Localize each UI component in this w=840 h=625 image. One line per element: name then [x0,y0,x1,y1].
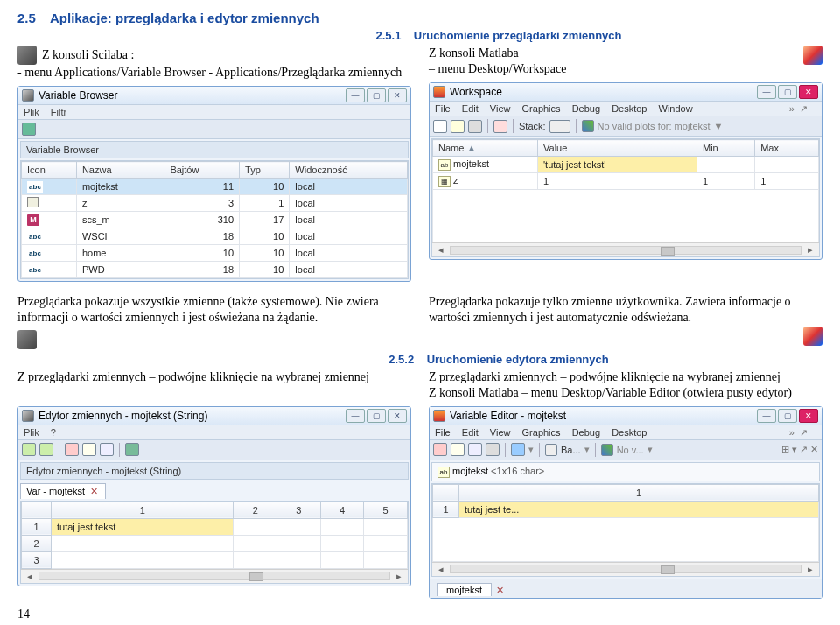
close-button[interactable]: ✕ [388,409,407,423]
table-row[interactable]: ▦ z 1 1 1 [433,173,819,190]
m-icon: M [27,214,39,226]
table-row[interactable]: ab mojtekst 'tutaj jest tekst' [433,157,819,173]
delete-icon[interactable] [494,120,508,133]
close-button[interactable]: ✕ [388,88,407,102]
panel-title: Edytor zmiennych - mojtekst (String) [20,462,409,480]
no-plots-label: No valid plots for: mojtekst [598,121,710,131]
menu-window[interactable]: Window [659,103,693,114]
horizontal-scrollbar[interactable]: ◂▸ [432,562,819,576]
menu-file[interactable]: File [435,103,451,114]
grid-row[interactable]: 1 tutaj jest te... [433,501,819,517]
maximize-button[interactable]: ▢ [778,409,797,423]
col-3[interactable]: 3 [277,502,321,518]
menu-edit[interactable]: Edit [462,427,479,438]
close-button[interactable]: ✕ [799,409,818,423]
scilab-icon [18,330,37,349]
new-icon[interactable] [433,120,447,133]
col-value[interactable]: Value [538,140,697,157]
table-row[interactable]: abc WSCI 18 10 local [22,228,408,245]
col-nazwa[interactable]: Nazwa [76,162,164,179]
redo-icon[interactable] [39,443,53,456]
tab-var-name[interactable]: mojtekst [452,466,488,476]
plot-icon[interactable] [601,444,613,456]
col-5[interactable]: 5 [364,502,408,518]
stack-icon[interactable] [545,444,557,456]
maximize-button[interactable]: ▢ [367,88,386,102]
cut-icon[interactable] [433,443,447,456]
maximize-button[interactable]: ▢ [367,409,386,423]
cut-icon[interactable] [65,443,79,456]
refresh-icon[interactable] [125,443,139,456]
plot-icon[interactable] [582,120,594,132]
section-number: 2.5 [18,11,36,25]
close-tab-icon[interactable]: ✕ [496,585,504,595]
grid-row[interactable]: 1 tutaj jest tekst [22,518,408,535]
menu-debug[interactable]: Debug [572,103,600,114]
col-2[interactable]: 2 [234,502,277,518]
close-button[interactable]: ✕ [799,85,818,99]
horizontal-scrollbar[interactable]: ◂▸ [432,242,819,256]
grid-icon[interactable] [511,443,525,456]
menu-filtr[interactable]: Filtr [51,107,66,117]
table-row[interactable]: abc home 10 10 local [22,245,408,262]
maximize-button[interactable]: ▢ [778,85,797,99]
horizontal-scrollbar[interactable]: ◂▸ [21,569,408,583]
col-4[interactable]: 4 [320,502,364,518]
menu-view[interactable]: View [490,427,511,438]
cell-1-1[interactable]: tutaj jest te... [459,501,819,517]
col-widocznosc[interactable]: Widoczność [290,162,408,179]
menu-plik[interactable]: Plik [24,427,39,438]
copy-icon[interactable] [451,443,465,456]
scilab-browser-description: Przeglądarka pokazuje wszystkie zmienne … [18,294,411,326]
table-row[interactable]: abc PWD 18 10 local [22,262,408,278]
col-max[interactable]: Max [755,140,819,157]
undo-icon[interactable] [22,443,36,456]
matlab-browser-description: Przeglądarka pokazuje tylko zmienne użyt… [429,294,822,326]
minimize-button[interactable]: — [757,409,776,423]
col-bajtow[interactable]: Bajtów [164,162,240,179]
close-tab-icon[interactable]: ✕ [90,486,98,496]
minimize-button[interactable]: — [346,409,365,423]
menu-file[interactable]: File [435,427,451,438]
subsection-title: Uruchomienie przeglądarki zmiennych [414,29,622,42]
menu-edit[interactable]: Edit [462,103,479,114]
menu-desktop[interactable]: Desktop [612,427,647,438]
stack-drop[interactable]: Ba... [561,445,581,455]
menu-graphics[interactable]: Graphics [522,427,561,438]
menu-plik[interactable]: Plik [24,107,39,117]
print-icon[interactable] [468,120,482,133]
cell-1-1[interactable]: tutaj jest tekst [52,518,234,535]
print-icon[interactable] [486,443,500,456]
paste-icon[interactable] [468,443,482,456]
menu-view[interactable]: View [490,103,511,114]
table-row[interactable]: abc mojtekst 11 10 local [22,179,408,195]
menu-help[interactable]: ? [51,427,56,438]
open-icon[interactable] [451,120,465,133]
refresh-icon[interactable] [22,123,36,136]
menu-desktop[interactable]: Desktop [612,103,647,114]
col-1[interactable]: 1 [459,484,819,501]
grid-row[interactable]: 3 [22,551,408,568]
minimize-button[interactable]: — [346,88,365,102]
col-typ[interactable]: Typ [240,162,290,179]
variable-tab[interactable]: Var - mojtekst✕ [20,483,106,499]
matlab-menu-path: – menu Desktop/Workspace [429,61,794,77]
dock-icon[interactable]: ⊞ ▾ ↗ ✕ [781,444,818,455]
window-title: Variable Browser [38,89,117,102]
menu-debug[interactable]: Debug [572,427,600,438]
paste-icon[interactable] [100,443,114,456]
col-1[interactable]: 1 [52,502,234,518]
table-row[interactable]: z 3 1 local [22,195,408,212]
menu-graphics[interactable]: Graphics [522,103,561,114]
table-row[interactable]: M scs_m 310 17 local [22,212,408,228]
col-min[interactable]: Min [696,140,754,157]
copy-icon[interactable] [82,443,96,456]
minimize-button[interactable]: — [757,85,776,99]
col-name[interactable]: Name ▲ [433,140,538,157]
stack-dropdown[interactable] [550,120,570,133]
col-icon[interactable]: Icon [22,162,77,179]
editor-grid: 1 2 3 4 5 1 tutaj jest tekst 2 [21,502,408,569]
grid-row[interactable]: 2 [22,535,408,551]
plot-drop[interactable]: No v... [617,445,644,455]
tab-mojtekst[interactable]: mojtekst [437,583,492,596]
